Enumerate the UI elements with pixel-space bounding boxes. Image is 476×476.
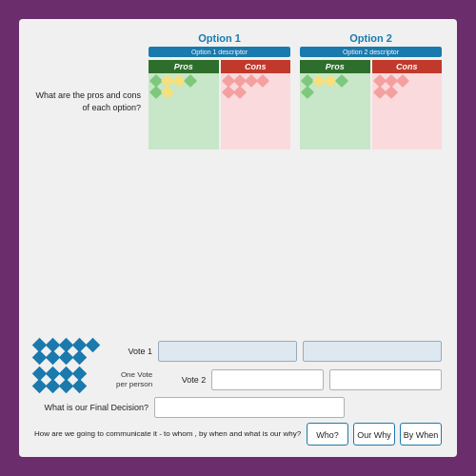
diamond9 [72, 350, 88, 366]
diamond17 [72, 379, 88, 394]
by-when-button[interactable]: By When [400, 423, 442, 446]
option2-descriptor: Option 2 descriptor [300, 47, 442, 57]
option1-cons-header: Cons [221, 60, 291, 73]
dot-pink4 [255, 74, 268, 88]
option1-cons-col: Cons [221, 60, 291, 149]
who-button[interactable]: Who? [307, 423, 348, 446]
option1-pros-dots2 [151, 88, 216, 97]
option1-pros-dots [151, 76, 216, 86]
options-area: What are the pros and cons of each optio… [34, 32, 442, 332]
vote2-label: Vote 2 [169, 375, 206, 385]
option1-pros-col: Pros [149, 60, 219, 149]
option2-pros-content [300, 73, 370, 149]
diamond-row4 [34, 381, 110, 391]
option2-pros-header: Pros [300, 60, 370, 73]
dot-p3 [395, 74, 408, 88]
vote2-boxes [211, 369, 442, 390]
option2-title: Option 2 [349, 32, 392, 44]
option1-descriptor: Option 1 descriptor [149, 47, 290, 57]
option1-pros-content [149, 73, 219, 149]
option1-cons-dots2 [224, 88, 288, 97]
communicate-label: How are we going to communicate it - to … [34, 428, 301, 439]
option2-pros-dots2 [303, 88, 367, 97]
bottom-section: What is our Final Decision? How are we g… [34, 397, 442, 446]
dot-pink6 [232, 86, 246, 99]
options-columns: Option 1 Option 1 descriptor Pros [149, 32, 442, 149]
diamond-row3 [34, 368, 110, 379]
option1-pros-cons: Pros [149, 60, 290, 149]
option2-pros-cons: Pros [300, 60, 442, 149]
main-card: What are the pros and cons of each optio… [19, 19, 457, 457]
our-why-button[interactable]: Our Why [353, 423, 395, 446]
dot-p5 [384, 86, 397, 99]
dot-green2 [184, 74, 197, 88]
pros-cons-question: What are the pros and cons of each optio… [34, 32, 149, 113]
dot-yellow3 [161, 86, 174, 99]
option2-pros-col: Pros [300, 60, 370, 149]
vote1-box2[interactable] [303, 341, 442, 362]
vote1-box1[interactable] [158, 341, 297, 362]
option1-block: Option 1 Option 1 descriptor Pros [149, 32, 290, 149]
option1-title: Option 1 [198, 32, 241, 44]
vote1-row: Vote 1 [34, 340, 442, 363]
option2-cons-dots2 [375, 88, 440, 97]
one-vote-text: One Voteper person [116, 370, 152, 390]
vote1-label: Vote 1 [116, 347, 152, 356]
vote1-diamonds [34, 340, 110, 363]
option1-pros-header: Pros [149, 60, 219, 73]
final-decision-row: What is our Final Decision? [34, 397, 442, 418]
option2-block: Option 2 Option 2 descriptor Pros [300, 32, 442, 149]
option2-cons-dots [375, 76, 440, 86]
communicate-buttons: Who? Our Why By When [307, 423, 442, 446]
vote2-box2[interactable] [329, 369, 442, 390]
dot-g2 [335, 74, 348, 88]
option1-cons-content [221, 73, 291, 149]
option2-cons-header: Cons [372, 60, 443, 73]
final-decision-box[interactable] [154, 397, 345, 418]
option1-cons-dots [224, 76, 288, 86]
option2-cons-content [372, 73, 443, 149]
dot-g3 [301, 86, 314, 99]
communicate-row: How are we going to communicate it - to … [34, 423, 442, 446]
option2-cons-col: Cons [372, 60, 443, 149]
vote2-row: One Voteper person Vote 2 [34, 368, 442, 391]
diamond-row1 [34, 340, 110, 350]
final-decision-label: What is our Final Decision? [34, 403, 149, 412]
option2-pros-dots [303, 76, 367, 86]
vote2-box1[interactable] [211, 369, 324, 390]
diamond5 [86, 338, 101, 353]
diamond-row2 [34, 352, 110, 363]
vote1-boxes [158, 341, 442, 362]
vote2-diamonds [34, 368, 110, 391]
